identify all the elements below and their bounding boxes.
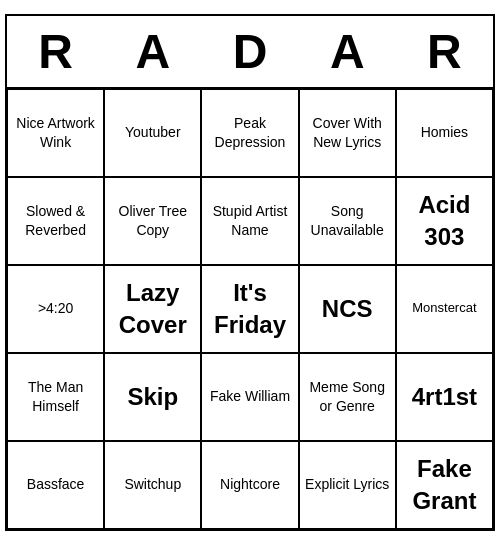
cell-r1-c2[interactable]: Stupid Artist Name [201,177,298,265]
cell-r2-c1[interactable]: Lazy Cover [104,265,201,353]
cell-r4-c3[interactable]: Explicit Lyrics [299,441,396,529]
cell-r3-c0[interactable]: The Man Himself [7,353,104,441]
cell-r4-c4[interactable]: Fake Grant [396,441,493,529]
cell-r2-c0[interactable]: >4:20 [7,265,104,353]
title-letter: R [7,16,104,87]
cell-r0-c4[interactable]: Homies [396,89,493,177]
title-letter: A [104,16,201,87]
bingo-grid: Nice Artwork WinkYoutuberPeak Depression… [7,87,493,529]
cell-r3-c4[interactable]: 4rt1st [396,353,493,441]
cell-r0-c0[interactable]: Nice Artwork Wink [7,89,104,177]
cell-r4-c0[interactable]: Bassface [7,441,104,529]
cell-r1-c1[interactable]: Oliver Tree Copy [104,177,201,265]
bingo-card: RADAR Nice Artwork WinkYoutuberPeak Depr… [5,14,495,531]
cell-r3-c1[interactable]: Skip [104,353,201,441]
cell-r2-c3[interactable]: NCS [299,265,396,353]
cell-r1-c0[interactable]: Slowed & Reverbed [7,177,104,265]
cell-r1-c4[interactable]: Acid 303 [396,177,493,265]
cell-r2-c2[interactable]: It's Friday [201,265,298,353]
title-letter: A [299,16,396,87]
cell-r1-c3[interactable]: Song Unavailable [299,177,396,265]
title-letter: R [396,16,493,87]
cell-r3-c2[interactable]: Fake William [201,353,298,441]
cell-r3-c3[interactable]: Meme Song or Genre [299,353,396,441]
cell-r0-c2[interactable]: Peak Depression [201,89,298,177]
bingo-title: RADAR [7,16,493,87]
title-letter: D [201,16,298,87]
cell-r4-c2[interactable]: Nightcore [201,441,298,529]
cell-r0-c3[interactable]: Cover With New Lyrics [299,89,396,177]
cell-r0-c1[interactable]: Youtuber [104,89,201,177]
cell-r2-c4[interactable]: Monstercat [396,265,493,353]
cell-r4-c1[interactable]: Switchup [104,441,201,529]
